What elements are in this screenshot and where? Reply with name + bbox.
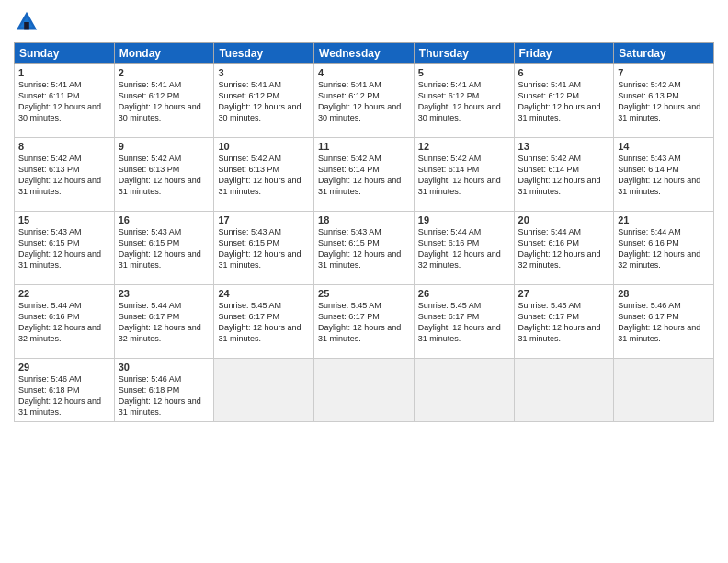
- calendar-cell: 10 Sunrise: 5:42 AMSunset: 6:13 PMDaylig…: [214, 138, 314, 212]
- cell-info: Sunrise: 5:43 AMSunset: 6:15 PMDaylight:…: [218, 226, 310, 271]
- cell-info: Sunrise: 5:42 AMSunset: 6:14 PMDaylight:…: [518, 153, 610, 198]
- calendar-week-row: 29 Sunrise: 5:46 AMSunset: 6:18 PMDaylig…: [15, 359, 714, 422]
- calendar-cell: 29 Sunrise: 5:46 AMSunset: 6:18 PMDaylig…: [15, 359, 115, 422]
- calendar-cell: 18 Sunrise: 5:43 AMSunset: 6:15 PMDaylig…: [314, 212, 415, 285]
- cell-info: Sunrise: 5:41 AMSunset: 6:11 PMDaylight:…: [18, 79, 110, 124]
- day-number: 8: [18, 141, 110, 152]
- calendar-cell: 17 Sunrise: 5:43 AMSunset: 6:15 PMDaylig…: [214, 212, 314, 285]
- cell-info: Sunrise: 5:43 AMSunset: 6:15 PMDaylight:…: [18, 226, 110, 271]
- day-number: 15: [18, 214, 110, 225]
- cell-info: Sunrise: 5:41 AMSunset: 6:12 PMDaylight:…: [418, 79, 510, 124]
- header: [14, 9, 714, 35]
- day-number: 1: [18, 67, 110, 78]
- cell-info: Sunrise: 5:41 AMSunset: 6:12 PMDaylight:…: [119, 79, 210, 124]
- calendar-cell: 8 Sunrise: 5:42 AMSunset: 6:13 PMDayligh…: [15, 138, 115, 212]
- calendar-cell: 15 Sunrise: 5:43 AMSunset: 6:15 PMDaylig…: [15, 212, 115, 285]
- cell-info: Sunrise: 5:43 AMSunset: 6:14 PMDaylight:…: [618, 153, 710, 198]
- logo: [14, 9, 42, 35]
- cell-info: Sunrise: 5:41 AMSunset: 6:12 PMDaylight:…: [218, 79, 310, 124]
- calendar-cell: [314, 359, 415, 422]
- calendar-header-monday: Monday: [114, 43, 214, 64]
- day-number: 27: [518, 288, 610, 299]
- cell-info: Sunrise: 5:42 AMSunset: 6:14 PMDaylight:…: [318, 153, 410, 198]
- day-number: 25: [318, 288, 410, 299]
- day-number: 18: [318, 214, 410, 225]
- calendar-header-wednesday: Wednesday: [314, 43, 415, 64]
- calendar-cell: 7 Sunrise: 5:42 AMSunset: 6:13 PMDayligh…: [614, 64, 714, 138]
- calendar-cell: 30 Sunrise: 5:46 AMSunset: 6:18 PMDaylig…: [114, 359, 214, 422]
- day-number: 21: [618, 214, 710, 225]
- page: SundayMondayTuesdayWednesdayThursdayFrid…: [0, 0, 728, 563]
- calendar-cell: [514, 359, 614, 422]
- calendar-cell: 14 Sunrise: 5:43 AMSunset: 6:14 PMDaylig…: [614, 138, 714, 212]
- cell-info: Sunrise: 5:42 AMSunset: 6:14 PMDaylight:…: [418, 153, 510, 198]
- cell-info: Sunrise: 5:44 AMSunset: 6:17 PMDaylight:…: [119, 300, 210, 345]
- day-number: 9: [119, 141, 210, 152]
- cell-info: Sunrise: 5:46 AMSunset: 6:17 PMDaylight:…: [618, 300, 710, 345]
- day-number: 22: [18, 288, 110, 299]
- calendar-header-thursday: Thursday: [414, 43, 514, 64]
- cell-info: Sunrise: 5:41 AMSunset: 6:12 PMDaylight:…: [318, 79, 410, 124]
- day-number: 11: [318, 141, 410, 152]
- calendar-cell: 9 Sunrise: 5:42 AMSunset: 6:13 PMDayligh…: [114, 138, 214, 212]
- day-number: 6: [518, 67, 610, 78]
- day-number: 12: [418, 141, 510, 152]
- calendar-week-row: 8 Sunrise: 5:42 AMSunset: 6:13 PMDayligh…: [15, 138, 714, 212]
- calendar-cell: [614, 359, 714, 422]
- cell-info: Sunrise: 5:44 AMSunset: 6:16 PMDaylight:…: [618, 226, 710, 271]
- calendar-header-sunday: Sunday: [15, 43, 115, 64]
- calendar-cell: 5 Sunrise: 5:41 AMSunset: 6:12 PMDayligh…: [414, 64, 514, 138]
- calendar-header-tuesday: Tuesday: [214, 43, 314, 64]
- cell-info: Sunrise: 5:45 AMSunset: 6:17 PMDaylight:…: [518, 300, 610, 345]
- cell-info: Sunrise: 5:46 AMSunset: 6:18 PMDaylight:…: [18, 373, 110, 419]
- calendar-cell: 13 Sunrise: 5:42 AMSunset: 6:14 PMDaylig…: [514, 138, 614, 212]
- calendar-cell: 20 Sunrise: 5:44 AMSunset: 6:16 PMDaylig…: [514, 212, 614, 285]
- day-number: 29: [18, 362, 110, 373]
- cell-info: Sunrise: 5:41 AMSunset: 6:12 PMDaylight:…: [518, 79, 610, 124]
- cell-info: Sunrise: 5:45 AMSunset: 6:17 PMDaylight:…: [418, 300, 510, 345]
- svg-rect-2: [24, 22, 29, 29]
- calendar-table: SundayMondayTuesdayWednesdayThursdayFrid…: [14, 42, 714, 422]
- calendar-cell: 21 Sunrise: 5:44 AMSunset: 6:16 PMDaylig…: [614, 212, 714, 285]
- day-number: 28: [618, 288, 710, 299]
- calendar-cell: 24 Sunrise: 5:45 AMSunset: 6:17 PMDaylig…: [214, 285, 314, 359]
- day-number: 19: [418, 214, 510, 225]
- day-number: 5: [418, 67, 510, 78]
- cell-info: Sunrise: 5:42 AMSunset: 6:13 PMDaylight:…: [218, 153, 310, 198]
- day-number: 17: [218, 214, 310, 225]
- cell-info: Sunrise: 5:44 AMSunset: 6:16 PMDaylight:…: [18, 300, 110, 345]
- calendar-cell: 27 Sunrise: 5:45 AMSunset: 6:17 PMDaylig…: [514, 285, 614, 359]
- day-number: 4: [318, 67, 410, 78]
- day-number: 20: [518, 214, 610, 225]
- calendar-cell: 12 Sunrise: 5:42 AMSunset: 6:14 PMDaylig…: [414, 138, 514, 212]
- cell-info: Sunrise: 5:45 AMSunset: 6:17 PMDaylight:…: [218, 300, 310, 345]
- calendar-header-friday: Friday: [514, 43, 614, 64]
- calendar-week-row: 22 Sunrise: 5:44 AMSunset: 6:16 PMDaylig…: [15, 285, 714, 359]
- calendar-cell: 4 Sunrise: 5:41 AMSunset: 6:12 PMDayligh…: [314, 64, 415, 138]
- calendar-week-row: 15 Sunrise: 5:43 AMSunset: 6:15 PMDaylig…: [15, 212, 714, 285]
- calendar-cell: 28 Sunrise: 5:46 AMSunset: 6:17 PMDaylig…: [614, 285, 714, 359]
- calendar-header-row: SundayMondayTuesdayWednesdayThursdayFrid…: [15, 43, 714, 64]
- cell-info: Sunrise: 5:42 AMSunset: 6:13 PMDaylight:…: [18, 153, 110, 198]
- cell-info: Sunrise: 5:43 AMSunset: 6:15 PMDaylight:…: [119, 226, 210, 271]
- day-number: 16: [119, 214, 210, 225]
- day-number: 10: [218, 141, 310, 152]
- day-number: 2: [119, 67, 210, 78]
- logo-icon: [14, 9, 40, 35]
- cell-info: Sunrise: 5:46 AMSunset: 6:18 PMDaylight:…: [119, 373, 210, 419]
- calendar-cell: [414, 359, 514, 422]
- cell-info: Sunrise: 5:42 AMSunset: 6:13 PMDaylight:…: [119, 153, 210, 198]
- calendar-cell: [214, 359, 314, 422]
- cell-info: Sunrise: 5:42 AMSunset: 6:13 PMDaylight:…: [618, 79, 710, 124]
- cell-info: Sunrise: 5:43 AMSunset: 6:15 PMDaylight:…: [318, 226, 410, 271]
- cell-info: Sunrise: 5:44 AMSunset: 6:16 PMDaylight:…: [518, 226, 610, 271]
- day-number: 7: [618, 67, 710, 78]
- calendar-cell: 6 Sunrise: 5:41 AMSunset: 6:12 PMDayligh…: [514, 64, 614, 138]
- calendar-cell: 16 Sunrise: 5:43 AMSunset: 6:15 PMDaylig…: [114, 212, 214, 285]
- calendar-cell: 22 Sunrise: 5:44 AMSunset: 6:16 PMDaylig…: [15, 285, 115, 359]
- day-number: 14: [618, 141, 710, 152]
- calendar-cell: 23 Sunrise: 5:44 AMSunset: 6:17 PMDaylig…: [114, 285, 214, 359]
- calendar-cell: 2 Sunrise: 5:41 AMSunset: 6:12 PMDayligh…: [114, 64, 214, 138]
- day-number: 30: [119, 362, 210, 373]
- calendar-cell: 11 Sunrise: 5:42 AMSunset: 6:14 PMDaylig…: [314, 138, 415, 212]
